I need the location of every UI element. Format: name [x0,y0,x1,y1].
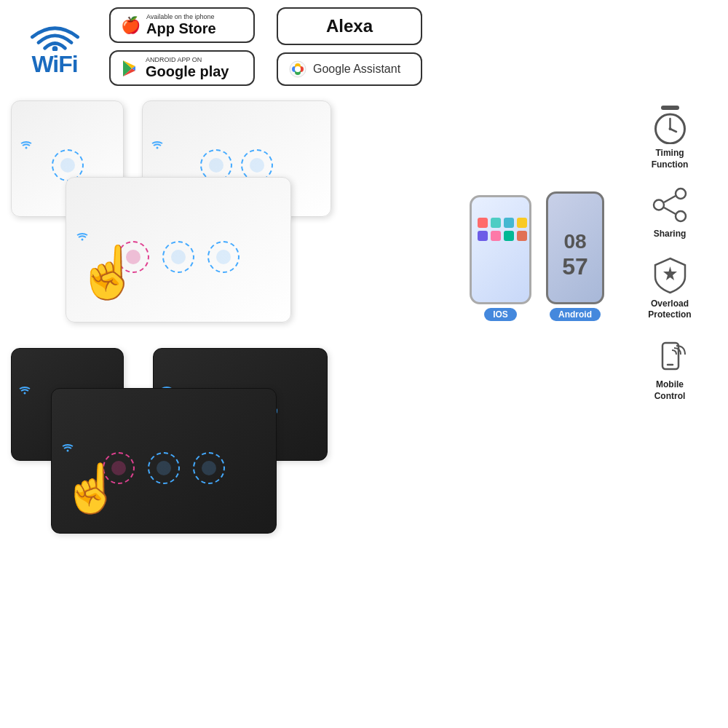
google-play-icon [121,59,140,78]
touch-button[interactable] [241,149,273,181]
google-play-small-text: ANDROID APP ON [146,56,229,63]
wifi-arcs-icon [28,16,82,51]
voice-assistant-badges: Alexa Google Assistant [277,7,422,86]
feature-mobile: MobileControl [619,336,721,402]
hand-pointer-black: ☝️ [62,461,121,516]
hand-pointer-white: ☝️ [76,242,140,302]
phones-section: IOS 0857 Android [470,191,604,321]
mobile-control-icon [650,336,690,376]
overload-label: OverloadProtection [648,298,691,321]
header-section: WiFi 🍎 Available on the iphone App Store… [0,0,728,93]
main-area: ☝️ [0,93,728,574]
google-assistant-badge[interactable]: Google Assistant [277,52,422,86]
appstore-badge[interactable]: 🍎 Available on the iphone App Store [109,7,255,43]
wifi-small-icon [19,386,31,395]
wifi-small-icon [76,232,88,241]
svg-line-26 [664,207,676,214]
svg-point-22 [676,189,686,199]
touch-button[interactable] [148,452,180,484]
wifi-small-icon [20,141,32,149]
timing-icon [648,104,692,144]
alexa-label: Alexa [326,16,373,36]
svg-point-12 [157,146,159,149]
mobile-icon [648,336,692,376]
overload-icon [648,255,692,295]
svg-point-24 [676,211,686,221]
svg-point-21 [668,127,671,130]
svg-point-10 [295,66,301,72]
appstore-large-text: App Store [146,20,216,37]
timing-label: TimingFunction [652,148,689,170]
ios-phone-wrapper: IOS [470,195,531,321]
switches-area: ☝️ [7,97,612,570]
sharing-label: Sharing [654,229,687,240]
android-phone: 0857 [546,191,604,304]
appstore-small-text: Available on the iphone [146,13,216,20]
touch-button[interactable] [207,241,240,273]
feature-timing: TimingFunction [619,104,721,170]
ios-phone [470,195,531,304]
shield-star-icon [650,255,690,295]
apple-icon: 🍎 [121,16,141,35]
google-play-badge[interactable]: ANDROID APP ON Google play [109,50,255,86]
feature-sharing: Sharing [619,185,721,240]
wifi-logo: WiFi [15,16,95,78]
share-icon [650,185,690,225]
touch-button[interactable] [193,452,225,484]
svg-point-13 [82,239,84,241]
black-switches-section: ☝️ [7,344,612,570]
google-play-large-text: Google play [146,63,229,80]
feature-overload: OverloadProtection [619,255,721,321]
svg-point-15 [67,450,69,452]
wifi-label: WiFi [31,51,77,78]
svg-line-25 [664,196,676,202]
clock-icon [650,104,690,144]
google-assistant-label: Google Assistant [313,63,400,76]
android-phone-wrapper: 0857 Android [546,191,604,321]
sharing-icon [648,185,692,225]
svg-point-14 [24,392,26,395]
svg-point-11 [25,146,28,149]
touch-button[interactable] [200,149,232,181]
wifi-small-icon [151,141,163,149]
features-column: TimingFunction Sharing [619,97,721,570]
svg-point-0 [52,46,58,51]
google-assistant-icon [288,60,307,79]
ios-label: IOS [484,308,517,321]
svg-point-23 [654,200,664,210]
svg-marker-27 [663,266,677,280]
wifi-small-icon [62,443,74,452]
alexa-badge[interactable]: Alexa [277,7,422,45]
svg-rect-17 [661,106,679,110]
android-label: Android [550,308,601,321]
mobile-label: MobileControl [654,379,686,402]
touch-button[interactable] [162,241,194,273]
app-badges: 🍎 Available on the iphone App Store ANDR… [109,7,255,86]
touch-button[interactable] [52,149,84,181]
